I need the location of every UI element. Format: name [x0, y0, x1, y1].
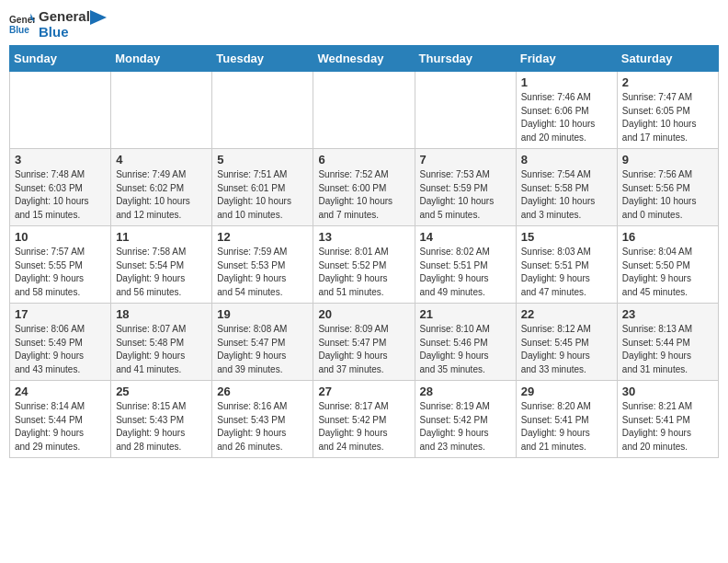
day-number: 4	[116, 153, 207, 167]
day-info: Sunrise: 8:08 AM Sunset: 5:47 PM Dayligh…	[217, 323, 308, 376]
day-number: 14	[420, 230, 511, 244]
col-header-friday: Friday	[516, 46, 617, 72]
day-number: 12	[217, 230, 308, 244]
calendar-day-6: 6Sunrise: 7:52 AM Sunset: 6:00 PM Daylig…	[313, 149, 415, 226]
day-info: Sunrise: 8:17 AM Sunset: 5:42 PM Dayligh…	[318, 400, 409, 454]
day-info: Sunrise: 7:48 AM Sunset: 6:03 PM Dayligh…	[15, 168, 106, 222]
logo-general-text: General	[39, 9, 90, 25]
day-info: Sunrise: 8:20 AM Sunset: 5:41 PM Dayligh…	[521, 400, 612, 454]
day-info: Sunrise: 7:47 AM Sunset: 6:05 PM Dayligh…	[622, 91, 713, 144]
day-number: 22	[521, 307, 612, 321]
day-info: Sunrise: 7:59 AM Sunset: 5:53 PM Dayligh…	[217, 246, 308, 299]
day-info: Sunrise: 8:14 AM Sunset: 5:44 PM Dayligh…	[15, 400, 106, 454]
day-info: Sunrise: 7:49 AM Sunset: 6:02 PM Dayligh…	[116, 168, 207, 222]
logo: General Blue General Blue	[9, 9, 107, 40]
logo-flag-icon	[90, 10, 107, 32]
day-info: Sunrise: 7:52 AM Sunset: 6:00 PM Dayligh…	[318, 168, 409, 222]
col-header-monday: Monday	[111, 46, 212, 72]
empty-cell	[415, 72, 516, 149]
day-number: 3	[15, 153, 106, 167]
day-info: Sunrise: 7:57 AM Sunset: 5:55 PM Dayligh…	[15, 246, 106, 299]
calendar-day-29: 29Sunrise: 8:20 AM Sunset: 5:41 PM Dayli…	[516, 381, 617, 458]
calendar-day-8: 8Sunrise: 7:54 AM Sunset: 5:58 PM Daylig…	[516, 149, 617, 226]
calendar-day-5: 5Sunrise: 7:51 AM Sunset: 6:01 PM Daylig…	[212, 149, 313, 226]
day-info: Sunrise: 8:02 AM Sunset: 5:51 PM Dayligh…	[420, 246, 511, 299]
empty-cell	[212, 72, 313, 149]
calendar-day-26: 26Sunrise: 8:16 AM Sunset: 5:43 PM Dayli…	[212, 381, 313, 458]
day-number: 27	[318, 385, 409, 398]
day-info: Sunrise: 8:16 AM Sunset: 5:43 PM Dayligh…	[217, 400, 308, 454]
day-info: Sunrise: 7:58 AM Sunset: 5:54 PM Dayligh…	[116, 246, 207, 299]
day-number: 16	[622, 230, 713, 244]
col-header-thursday: Thursday	[415, 46, 516, 72]
day-info: Sunrise: 8:19 AM Sunset: 5:42 PM Dayligh…	[420, 400, 511, 454]
calendar-table: SundayMondayTuesdayWednesdayThursdayFrid…	[9, 45, 719, 458]
day-number: 7	[420, 153, 511, 167]
day-info: Sunrise: 7:56 AM Sunset: 5:56 PM Dayligh…	[622, 168, 713, 222]
calendar-day-20: 20Sunrise: 8:09 AM Sunset: 5:47 PM Dayli…	[313, 304, 415, 381]
calendar-day-23: 23Sunrise: 8:13 AM Sunset: 5:44 PM Dayli…	[617, 304, 718, 381]
day-number: 2	[622, 75, 713, 89]
day-number: 23	[622, 307, 713, 321]
col-header-wednesday: Wednesday	[313, 46, 415, 72]
calendar-day-2: 2Sunrise: 7:47 AM Sunset: 6:05 PM Daylig…	[617, 72, 718, 149]
empty-cell	[10, 72, 111, 149]
calendar-day-22: 22Sunrise: 8:12 AM Sunset: 5:45 PM Dayli…	[516, 304, 617, 381]
day-info: Sunrise: 7:53 AM Sunset: 5:59 PM Dayligh…	[420, 168, 511, 222]
day-info: Sunrise: 8:01 AM Sunset: 5:52 PM Dayligh…	[318, 246, 409, 299]
day-number: 10	[15, 230, 106, 244]
calendar-day-7: 7Sunrise: 7:53 AM Sunset: 5:59 PM Daylig…	[415, 149, 516, 226]
day-number: 8	[521, 153, 612, 167]
calendar-day-25: 25Sunrise: 8:15 AM Sunset: 5:43 PM Dayli…	[111, 381, 212, 458]
page-header: General Blue General Blue	[9, 9, 719, 40]
svg-text:Blue: Blue	[9, 25, 29, 35]
day-info: Sunrise: 8:03 AM Sunset: 5:51 PM Dayligh…	[521, 246, 612, 299]
calendar-day-10: 10Sunrise: 7:57 AM Sunset: 5:55 PM Dayli…	[10, 226, 111, 304]
day-number: 18	[116, 307, 207, 321]
calendar-day-18: 18Sunrise: 8:07 AM Sunset: 5:48 PM Dayli…	[111, 304, 212, 381]
day-number: 25	[116, 385, 207, 398]
day-number: 17	[15, 307, 106, 321]
logo-icon: General Blue	[9, 12, 35, 38]
calendar-day-21: 21Sunrise: 8:10 AM Sunset: 5:46 PM Dayli…	[415, 304, 516, 381]
day-info: Sunrise: 8:13 AM Sunset: 5:44 PM Dayligh…	[622, 323, 713, 376]
calendar-week-row: 17Sunrise: 8:06 AM Sunset: 5:49 PM Dayli…	[10, 304, 719, 381]
calendar-day-13: 13Sunrise: 8:01 AM Sunset: 5:52 PM Dayli…	[313, 226, 415, 304]
day-info: Sunrise: 8:21 AM Sunset: 5:41 PM Dayligh…	[622, 400, 713, 454]
empty-cell	[313, 72, 415, 149]
calendar-week-row: 3Sunrise: 7:48 AM Sunset: 6:03 PM Daylig…	[10, 149, 719, 226]
logo-blue-text: Blue	[39, 25, 90, 40]
day-number: 1	[521, 75, 612, 89]
day-info: Sunrise: 8:04 AM Sunset: 5:50 PM Dayligh…	[622, 246, 713, 299]
day-number: 29	[521, 385, 612, 398]
col-header-sunday: Sunday	[10, 46, 111, 72]
calendar-day-12: 12Sunrise: 7:59 AM Sunset: 5:53 PM Dayli…	[212, 226, 313, 304]
calendar-day-17: 17Sunrise: 8:06 AM Sunset: 5:49 PM Dayli…	[10, 304, 111, 381]
day-number: 19	[217, 307, 308, 321]
col-header-tuesday: Tuesday	[212, 46, 313, 72]
day-number: 24	[15, 385, 106, 398]
day-number: 20	[318, 307, 409, 321]
calendar-day-19: 19Sunrise: 8:08 AM Sunset: 5:47 PM Dayli…	[212, 304, 313, 381]
calendar-week-row: 24Sunrise: 8:14 AM Sunset: 5:44 PM Dayli…	[10, 381, 719, 458]
calendar-day-28: 28Sunrise: 8:19 AM Sunset: 5:42 PM Dayli…	[415, 381, 516, 458]
day-info: Sunrise: 8:07 AM Sunset: 5:48 PM Dayligh…	[116, 323, 207, 376]
calendar-day-3: 3Sunrise: 7:48 AM Sunset: 6:03 PM Daylig…	[10, 149, 111, 226]
calendar-day-9: 9Sunrise: 7:56 AM Sunset: 5:56 PM Daylig…	[617, 149, 718, 226]
day-number: 28	[420, 385, 511, 398]
calendar-day-16: 16Sunrise: 8:04 AM Sunset: 5:50 PM Dayli…	[617, 226, 718, 304]
calendar-day-11: 11Sunrise: 7:58 AM Sunset: 5:54 PM Dayli…	[111, 226, 212, 304]
calendar-day-27: 27Sunrise: 8:17 AM Sunset: 5:42 PM Dayli…	[313, 381, 415, 458]
day-info: Sunrise: 8:09 AM Sunset: 5:47 PM Dayligh…	[318, 323, 409, 376]
day-number: 26	[217, 385, 308, 398]
day-number: 21	[420, 307, 511, 321]
calendar-day-14: 14Sunrise: 8:02 AM Sunset: 5:51 PM Dayli…	[415, 226, 516, 304]
day-info: Sunrise: 7:54 AM Sunset: 5:58 PM Dayligh…	[521, 168, 612, 222]
day-info: Sunrise: 7:46 AM Sunset: 6:06 PM Dayligh…	[521, 91, 612, 144]
calendar-week-row: 1Sunrise: 7:46 AM Sunset: 6:06 PM Daylig…	[10, 72, 719, 149]
day-info: Sunrise: 7:51 AM Sunset: 6:01 PM Dayligh…	[217, 168, 308, 222]
calendar-week-row: 10Sunrise: 7:57 AM Sunset: 5:55 PM Dayli…	[10, 226, 719, 304]
calendar-day-30: 30Sunrise: 8:21 AM Sunset: 5:41 PM Dayli…	[617, 381, 718, 458]
day-number: 11	[116, 230, 207, 244]
day-number: 9	[622, 153, 713, 167]
